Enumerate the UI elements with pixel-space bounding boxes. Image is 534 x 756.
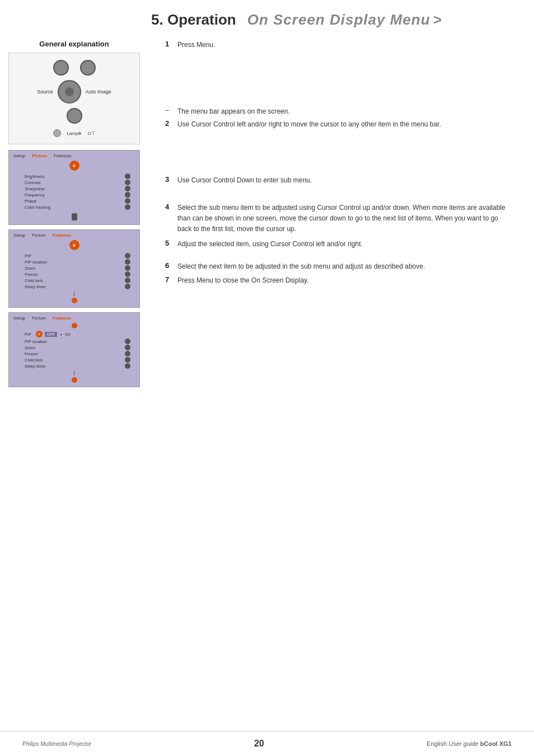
menu-row-colortracking: Color tracking <box>13 204 135 210</box>
dash1-symbol: – <box>165 106 177 114</box>
step2-row: 2 Use Cursor Control left and/or right t… <box>165 119 512 130</box>
freeze-label: Freeze <box>25 272 38 277</box>
menu-row-piplocation: PIP location <box>13 259 135 265</box>
freeze-label-3: Freeze <box>25 351 38 356</box>
pip-icon <box>125 253 130 259</box>
right-column: 1 Press Menu. – The menu bar appears on … <box>148 34 534 397</box>
step4-row: 4 Select the sub menu item to be adjuste… <box>165 203 512 235</box>
step6-text: Select the next item to be adjusted in t… <box>177 261 512 272</box>
footer-brand: Philips Multimedia Projector <box>22 741 91 747</box>
remote-top-buttons <box>53 60 96 76</box>
dash1-text: The menu bar appears on the screen. <box>177 106 512 117</box>
sleeptimer-label-3: Sleep timer <box>25 364 46 369</box>
page-header: 5. Operation On Screen Display Menu > <box>0 0 534 34</box>
menu-tab-features-3: Features <box>53 316 71 321</box>
zoom-icon <box>125 265 130 271</box>
step3-number: 3 <box>165 175 177 184</box>
phase-label: Phase <box>25 199 36 204</box>
colortracking-label: Color tracking <box>25 205 50 210</box>
lamp-label: Lamp⊕ <box>67 131 82 136</box>
menu-tab-setup-2: Setup <box>13 233 25 238</box>
step1-number: 1 <box>165 40 177 48</box>
step7-number: 7 <box>165 275 177 284</box>
menu-tab-setup-3: Setup <box>13 316 25 321</box>
childlock-label-3: Child lock <box>25 358 43 363</box>
menu-tab-features-1: Features <box>54 153 72 158</box>
pip-sub-label: PIP <box>25 332 31 337</box>
step2-section: – The menu bar appears on the screen. 2 … <box>165 106 512 130</box>
sleeptimer-icon <box>125 284 130 289</box>
section-title: On Screen Display Menu <box>247 11 430 29</box>
frequency-label: Frequency <box>25 192 44 198</box>
menu-row-sharpness: Sharpness <box>13 186 135 191</box>
pip-off-option: OFF <box>45 332 57 337</box>
menu-tab-picture-3: Picture <box>32 316 46 321</box>
contrast-label: Contrast <box>25 180 40 185</box>
on-label: O⊤ <box>87 131 95 136</box>
step4-number: 4 <box>165 203 177 211</box>
remote-control-diagram: Source Auto Image Lamp⊕ O⊤ <box>8 53 140 144</box>
menu-screenshot-3: Setup Picture Features PIP + OFF • On PI… <box>8 312 140 387</box>
menu-selected-icon-2: + <box>69 240 79 250</box>
menu-topbar-2: Setup Picture Features <box>13 233 135 238</box>
menu-row-freeze: Freeze <box>13 271 135 277</box>
footer-modelname: bCool XG1 <box>480 740 512 747</box>
dot-bottom-2 <box>72 298 77 303</box>
remote-autoimage-label: Auto Image <box>86 89 111 95</box>
childlock-label: Child lock <box>25 278 43 283</box>
step2-number: 2 <box>165 119 177 128</box>
step67-section: 6 Select the next item to be adjusted in… <box>165 261 512 286</box>
menu-topbar-3: Setup Picture Features <box>13 316 135 321</box>
step6-number: 6 <box>165 261 177 270</box>
pip-on-option: On <box>65 332 71 336</box>
remote-dpad <box>58 80 81 104</box>
step1-section: 1 Press Menu. <box>165 40 512 50</box>
step7-text: Press Menu to close the On Screen Displa… <box>177 275 512 286</box>
remote-bottom-button <box>67 108 82 124</box>
sleeptimer-label: Sleep timer <box>25 284 46 289</box>
dot-bottom-3 <box>72 377 77 383</box>
menu-row-freeze-3: Freeze <box>13 351 135 356</box>
sharpness-icon <box>125 186 130 191</box>
step3-row: 3 Use Cursor Control Down to enter sub m… <box>165 175 512 186</box>
childlock-icon-3 <box>125 357 130 363</box>
step7-row: 7 Press Menu to close the On Screen Disp… <box>165 275 512 286</box>
freeze-icon-3 <box>125 351 130 356</box>
menu-row-piplocation-3: PIP location <box>13 339 135 344</box>
step3-section: 3 Use Cursor Control Down to enter sub m… <box>165 175 512 186</box>
piplocation-label: PIP location <box>25 260 47 265</box>
remote-button-right <box>80 60 96 76</box>
menu-row-childlock: Child lock <box>13 278 135 283</box>
step5-text: Adjust the selected item, using Cursor C… <box>177 239 512 250</box>
lamp-icon <box>53 129 61 137</box>
step1-row: 1 Press Menu. <box>165 40 512 50</box>
piplocation-icon <box>125 259 130 265</box>
pip-submenu-row: PIP + OFF • On <box>13 330 135 338</box>
footer-language: English <box>427 740 447 747</box>
menu-row-sleeptimer: Sleep timer <box>13 284 135 289</box>
footer-userguide: User guide <box>448 740 478 747</box>
remote-center-row: Source Auto Image <box>37 80 111 104</box>
menu-row-pip: PIP <box>13 253 135 259</box>
dash1-row: – The menu bar appears on the screen. <box>165 106 512 117</box>
menu-row-phase: Phase <box>13 198 135 204</box>
footer-product: English User guide bCool XG1 <box>427 740 512 747</box>
sharpness-label: Sharpness <box>25 186 45 191</box>
menu-row-sleeptimer-3: Sleep timer <box>13 363 135 369</box>
lock-icon-1 <box>72 213 77 220</box>
menu-tab-features-2: Features <box>53 233 71 238</box>
remote-button-left <box>53 60 69 76</box>
brightness-icon <box>125 173 130 179</box>
piplocation-label-3: PIP location <box>25 339 47 344</box>
pip-dot-option: • <box>60 332 62 336</box>
frequency-icon <box>125 192 130 198</box>
brightness-label: Brightness <box>25 174 44 179</box>
menu-row-contrast: Contrast <box>13 180 135 185</box>
step3-text: Use Cursor Control Down to enter sub men… <box>177 175 512 186</box>
page-footer: Philips Multimedia Projector 20 English … <box>0 731 534 756</box>
header-arrow: > <box>433 11 442 29</box>
menu-tab-setup-1: Setup <box>13 153 25 158</box>
freeze-icon <box>125 271 130 277</box>
left-column: General explanation Source Auto Image La… <box>0 34 148 397</box>
childlock-icon <box>125 278 130 283</box>
